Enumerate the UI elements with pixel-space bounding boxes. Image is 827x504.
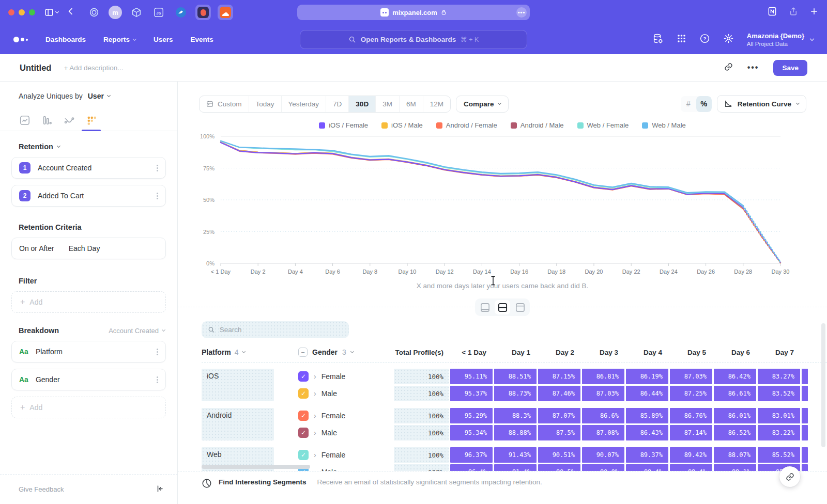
gender-cell[interactable]: ✓›Male xyxy=(298,386,392,401)
retention-value-cell[interactable]: 86.61% xyxy=(714,386,756,401)
retention-value-cell[interactable]: 87.5% xyxy=(538,425,580,440)
retention-value-cell[interactable]: 86.01% xyxy=(714,408,756,423)
range-chip-6m[interactable]: 6M xyxy=(400,96,423,112)
compare-button[interactable]: Compare xyxy=(456,96,509,113)
retention-value-cell[interactable]: 88.07% xyxy=(714,447,756,463)
page-title[interactable]: Untitled xyxy=(20,63,51,73)
retention-value-cell[interactable]: 86.43% xyxy=(626,425,668,440)
add-breakdown-button[interactable]: +Add xyxy=(11,397,166,418)
split-view-button[interactable] xyxy=(495,300,510,314)
retention-value-cell[interactable]: 87.15% xyxy=(538,369,580,384)
column-header-total-profile-s-[interactable]: Total Profile(s) xyxy=(394,349,449,356)
browser-sidebar-icon[interactable] xyxy=(44,8,58,17)
chart-type-selector[interactable]: Retention Curve xyxy=(717,95,806,113)
tab-flows[interactable] xyxy=(58,109,80,131)
notion-icon[interactable] xyxy=(767,6,777,19)
maximize-window-button[interactable] xyxy=(29,9,35,15)
give-feedback-link[interactable]: Give Feedback xyxy=(19,485,64,493)
global-search[interactable]: Open Reports & Dashboards ⌘ + K xyxy=(300,30,527,49)
step-options-icon[interactable] xyxy=(157,167,158,169)
expand-chevron-icon[interactable]: › xyxy=(314,429,316,436)
retention-value-cell[interactable]: 95.34% xyxy=(450,425,493,440)
percent-toggle[interactable]: % xyxy=(696,96,712,112)
retention-value-cell[interactable]: 91.43% xyxy=(494,447,537,463)
gender-cell[interactable]: ✓›Female xyxy=(298,408,392,423)
total-profiles-cell[interactable]: 100% xyxy=(394,408,449,423)
gender-cell[interactable]: ✓›Female xyxy=(298,369,392,384)
range-chip-today[interactable]: Today xyxy=(249,96,282,112)
column-header--1-day[interactable]: < 1 Day xyxy=(450,349,493,356)
breakdown-options-icon[interactable] xyxy=(157,379,158,381)
gender-cell[interactable]: ✓›Male xyxy=(298,425,392,440)
series-line-web-female[interactable] xyxy=(221,141,743,206)
retention-value-cell[interactable]: 90.51% xyxy=(538,447,580,463)
range-chip-yesterday[interactable]: Yesterday xyxy=(282,96,327,112)
tab-retention[interactable] xyxy=(80,109,102,131)
select-all-checkbox[interactable]: – xyxy=(298,348,308,357)
retention-value-cell[interactable]: 90.07% xyxy=(582,447,624,463)
series-line-android-male[interactable] xyxy=(221,143,743,209)
back-button[interactable] xyxy=(67,7,75,18)
find-segments-title[interactable]: Find Interesting Segments xyxy=(219,478,307,486)
total-profiles-cell[interactable]: 100% xyxy=(394,369,449,384)
range-chip-7d[interactable]: 7D xyxy=(326,96,349,112)
retention-value-cell[interactable]: 87.46% xyxy=(538,386,580,401)
tab-icon-bird[interactable] xyxy=(173,5,189,20)
tab-icon-cube[interactable] xyxy=(129,5,144,20)
tab-icon-red-app[interactable] xyxy=(195,5,211,20)
step-card-added-to-cart[interactable]: 2 Added To Cart xyxy=(11,185,166,207)
vertical-scrollbar[interactable] xyxy=(821,323,825,447)
gender-cell[interactable]: ✓›Female xyxy=(298,447,392,463)
series-checkbox[interactable]: ✓ xyxy=(298,450,309,460)
table-search[interactable] xyxy=(202,321,349,338)
legend-item[interactable]: Web / Male xyxy=(642,121,686,129)
step-card-account-created[interactable]: 1 Account Created xyxy=(11,157,166,179)
nav-reports[interactable]: Reports xyxy=(103,36,136,43)
column-header-day-1[interactable]: Day 1 xyxy=(494,349,537,356)
column-header-day-4[interactable]: Day 4 xyxy=(626,349,668,356)
range-chip-custom[interactable]: Custom xyxy=(200,96,249,112)
new-tab-icon[interactable] xyxy=(809,7,819,18)
table-only-view-button[interactable] xyxy=(512,300,528,314)
retention-value-cell[interactable]: 95.11% xyxy=(450,369,493,384)
expand-chevron-icon[interactable]: › xyxy=(314,373,316,380)
platform-cell[interactable]: Android xyxy=(202,408,274,440)
help-icon[interactable]: ? xyxy=(699,33,710,46)
breakdown-event-selector[interactable]: Account Created xyxy=(109,327,165,335)
retention-value-cell[interactable]: 87.14% xyxy=(670,425,712,440)
url-options-button[interactable]: ••• xyxy=(516,7,527,18)
column-header-day-6[interactable]: Day 6 xyxy=(714,349,756,356)
tab-insights[interactable] xyxy=(13,109,36,131)
breakdown-options-icon[interactable] xyxy=(157,351,158,353)
retention-value-cell[interactable]: 87.03% xyxy=(582,386,624,401)
add-filter-button[interactable]: +Add xyxy=(11,291,166,313)
retention-value-cell[interactable]: 83.52% xyxy=(758,386,800,401)
analyze-by-value[interactable]: User xyxy=(88,92,104,100)
nav-dashboards[interactable]: Dashboards xyxy=(45,36,86,43)
series-line-android-female[interactable] xyxy=(221,143,743,209)
legend-item[interactable]: Android / Male xyxy=(511,121,564,129)
mixpanel-logo[interactable] xyxy=(13,37,28,42)
absolute-numbers-toggle[interactable]: # xyxy=(681,96,696,112)
retention-value-cell[interactable]: 86.76% xyxy=(670,408,712,423)
settings-gear-icon[interactable] xyxy=(723,33,734,46)
gender-column-header[interactable]: – Gender 3 xyxy=(298,348,392,357)
column-header-day-3[interactable]: Day 3 xyxy=(582,349,624,356)
data-management-icon[interactable] xyxy=(652,33,664,46)
column-header-day-2[interactable]: Day 2 xyxy=(538,349,580,356)
tab-icon-soundcloud[interactable] xyxy=(218,5,233,20)
platform-column-header[interactable]: Platform 4 xyxy=(202,348,274,356)
share-icon[interactable] xyxy=(789,7,798,18)
url-bar[interactable]: mixpanel.com ••• xyxy=(297,5,530,20)
column-header-day-7[interactable]: Day 7 xyxy=(758,349,800,356)
retention-value-cell[interactable]: 83.22% xyxy=(758,425,800,440)
share-link-floating-button[interactable] xyxy=(779,466,800,487)
retention-value-cell[interactable]: 87.07% xyxy=(538,408,580,423)
retention-value-cell[interactable]: 87.03% xyxy=(670,369,712,384)
legend-item[interactable]: Android / Female xyxy=(436,121,497,129)
total-profiles-cell[interactable]: 100% xyxy=(394,386,449,401)
retention-value-cell[interactable]: 87.08% xyxy=(582,425,624,440)
collapse-sidebar-icon[interactable] xyxy=(155,484,164,495)
retention-section-heading[interactable]: Retention xyxy=(19,143,166,151)
retention-value-cell[interactable]: 96.37% xyxy=(450,447,493,463)
